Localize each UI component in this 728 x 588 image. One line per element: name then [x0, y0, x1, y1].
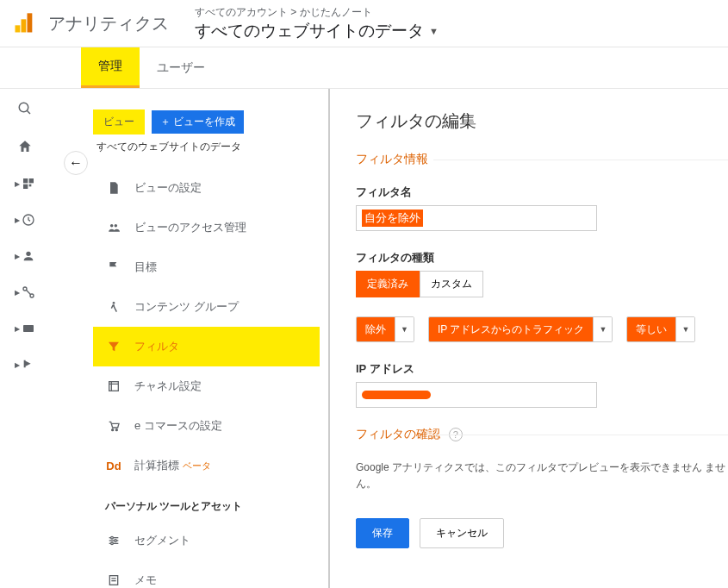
note-icon [105, 573, 122, 587]
dashboard-icon[interactable]: ▶ [15, 177, 35, 191]
page-icon [105, 181, 122, 195]
create-view-button[interactable]: ＋ ビューを作成 [152, 110, 244, 134]
breadcrumb-subtitle: すべてのウェブサイトのデータ ▼ [195, 20, 439, 42]
person-walk-icon [105, 300, 122, 314]
back-arrow-button[interactable]: ← [64, 151, 88, 175]
filter-name-label: フィルタ名 [356, 185, 728, 200]
svg-rect-0 [16, 25, 21, 32]
flag-icon [105, 260, 122, 274]
behavior-icon[interactable]: ▶ [15, 322, 35, 335]
nav-view-access[interactable]: ビューのアクセス管理 [93, 208, 320, 247]
ip-address-label: IP アドレス [356, 361, 728, 377]
help-icon[interactable]: ? [449, 428, 463, 441]
nav-ecommerce[interactable]: e コマースの設定 [93, 406, 320, 446]
svg-rect-7 [23, 185, 28, 189]
nav-channel[interactable]: チャネル設定 [93, 366, 320, 406]
nav-segments[interactable]: セグメント [93, 521, 320, 560]
app-header: アナリティクス すべてのアカウント > かじたんノート すべてのウェブサイトのデ… [0, 0, 728, 47]
svg-point-19 [115, 429, 117, 431]
admin-panel: ← ビュー ＋ ビューを作成 すべてのウェブサイトのデータ ビューの設定 ビュー… [50, 89, 330, 588]
svg-point-25 [111, 542, 114, 545]
verify-description: Google アナリティクスでは、このフィルタでプレビューを表示できません ませ… [356, 460, 728, 492]
svg-point-15 [115, 224, 118, 228]
conversions-icon[interactable]: ▶ [15, 358, 35, 372]
verify-section: フィルタの確認 ? [356, 427, 728, 442]
personal-section-label: パーソナル ツールとアセット [93, 485, 320, 521]
audience-icon[interactable]: ▶ [15, 249, 35, 263]
nav-view-settings[interactable]: ビューの設定 [93, 168, 320, 208]
acquisition-icon[interactable]: ▶ [15, 285, 35, 299]
filter-info-section: フィルタ情報 [356, 152, 728, 167]
svg-rect-8 [29, 185, 32, 187]
tab-bar: 管理 ユーザー [0, 47, 728, 89]
caret-down-icon: ▼ [593, 317, 612, 341]
breadcrumb[interactable]: すべてのアカウント > かじたんノート すべてのウェブサイトのデータ ▼ [195, 5, 439, 42]
view-subtitle: すべてのウェブサイトのデータ [96, 140, 320, 154]
dropdown-match[interactable]: 等しい ▼ [626, 316, 695, 342]
caret-down-icon: ▼ [675, 317, 694, 341]
nav-calc-metrics[interactable]: Dd 計算指標 ベータ [93, 446, 320, 485]
dropdown-traffic-source[interactable]: IP アドレスからのトラフィック ▼ [428, 316, 613, 342]
caret-down-icon: ▼ [395, 317, 414, 341]
filter-type-label: フィルタの種類 [356, 250, 728, 266]
left-rail: ▶ ▶ ▶ ▶ ▶ ▶ [0, 89, 50, 588]
admin-nav: ビューの設定 ビューのアクセス管理 目標 コンテンツ グループ フィルタ チャネ… [93, 168, 320, 588]
dropdown-exclude[interactable]: 除外 ▼ [356, 316, 414, 342]
toggle-predefined[interactable]: 定義済み [356, 271, 420, 297]
funnel-icon [105, 340, 122, 353]
breadcrumb-path: すべてのアカウント > かじたんノート [195, 5, 439, 20]
tab-admin[interactable]: 管理 [81, 47, 140, 88]
dd-icon: Dd [105, 460, 122, 472]
save-button[interactable]: 保存 [356, 518, 409, 548]
redacted-value [362, 391, 431, 399]
analytics-logo-icon [12, 11, 36, 35]
svg-point-16 [113, 302, 115, 304]
nav-memo[interactable]: メモ [93, 560, 320, 588]
view-column-label: ビュー [93, 109, 145, 134]
svg-point-3 [19, 103, 28, 112]
svg-point-10 [26, 252, 30, 256]
toggle-custom[interactable]: カスタム [420, 271, 483, 297]
search-icon[interactable] [17, 101, 33, 116]
ip-address-input[interactable] [356, 382, 597, 408]
segments-icon [105, 534, 122, 547]
svg-point-14 [110, 224, 114, 228]
tab-user[interactable]: ユーザー [140, 47, 222, 88]
caret-down-icon: ▼ [429, 26, 439, 36]
main-content: フィルタの編集 フィルタ情報 フィルタ名 自分を除外 フィルタの種類 定義済み … [330, 89, 728, 588]
svg-rect-5 [23, 178, 28, 183]
cart-icon [105, 419, 122, 433]
svg-point-23 [111, 536, 114, 539]
nav-filter[interactable]: フィルタ [93, 327, 320, 366]
cancel-button[interactable]: キャンセル [420, 518, 504, 548]
product-name: アナリティクス [48, 12, 169, 35]
svg-rect-1 [22, 19, 27, 32]
filter-name-input[interactable]: 自分を除外 [356, 205, 597, 231]
realtime-icon[interactable]: ▶ [15, 213, 35, 227]
nav-goals[interactable]: 目標 [93, 247, 320, 287]
svg-point-18 [112, 429, 114, 431]
channel-icon [105, 379, 122, 393]
svg-rect-2 [28, 13, 33, 32]
svg-rect-17 [109, 382, 119, 391]
home-icon[interactable] [17, 139, 33, 154]
svg-rect-13 [23, 325, 34, 332]
svg-point-24 [115, 540, 117, 542]
svg-rect-6 [29, 178, 34, 183]
nav-content-group[interactable]: コンテンツ グループ [93, 287, 320, 327]
people-icon [105, 222, 122, 234]
beta-label: ベータ [183, 460, 211, 472]
page-title: フィルタの編集 [356, 109, 728, 133]
svg-line-4 [27, 110, 30, 114]
